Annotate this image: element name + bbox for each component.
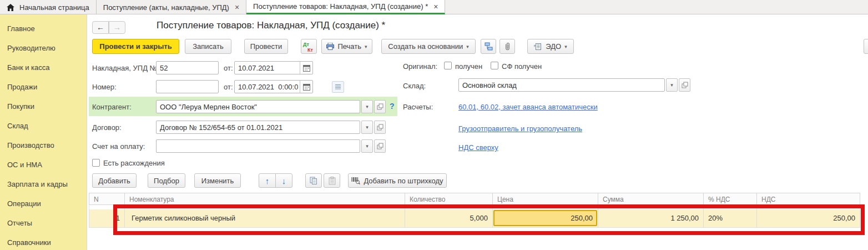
dt-icon: Дт xyxy=(303,42,309,47)
add-by-barcode-button[interactable]: Добавить по штрихкоду xyxy=(348,173,447,188)
back-button[interactable]: ← xyxy=(92,21,109,34)
number-label: Номер: xyxy=(92,83,117,91)
settlements-link[interactable]: 60.01, 60.02, зачет аванса автоматически xyxy=(458,103,598,111)
copy-rows-button[interactable] xyxy=(305,173,322,188)
forward-button[interactable]: → xyxy=(109,21,125,34)
sidebar-item-prodazhi[interactable]: Продажи xyxy=(0,77,87,97)
more-actions-button-partial[interactable] xyxy=(864,39,868,54)
column-header-nomenclature[interactable]: Номенклатура xyxy=(125,193,405,205)
move-up-button[interactable]: ↑ xyxy=(259,173,276,188)
column-header-sum[interactable]: Сумма xyxy=(598,193,704,205)
chevron-down-icon: ▾ xyxy=(670,82,673,88)
structure-icon xyxy=(485,42,493,51)
column-header-n[interactable]: N xyxy=(89,193,125,205)
cell-quantity[interactable]: 5,000 xyxy=(405,209,493,228)
arrow-down-icon: ↓ xyxy=(282,176,286,186)
cell-sum[interactable]: 1 250,00 xyxy=(598,209,704,228)
warehouse-input[interactable] xyxy=(458,78,665,92)
tab-postuplenie-tovarov[interactable]: Поступление товаров: Накладная, УПД (соз… xyxy=(246,0,445,14)
sidebar-item-operacii[interactable]: Операции xyxy=(0,194,87,213)
contractor-dropdown-button[interactable]: ▾ xyxy=(361,100,373,113)
copy-icon xyxy=(310,177,317,185)
sidebar-item-os-i-nma[interactable]: ОС и НМА xyxy=(0,155,87,174)
from-label: от: xyxy=(224,64,233,72)
sidebar-item-otchety[interactable]: Отчеты xyxy=(0,213,87,233)
sidebar-item-zarplata-i-kadry[interactable]: Зарплата и кадры xyxy=(0,174,87,194)
sidebar: Главное Руководителю Банк и касса Продаж… xyxy=(0,14,87,250)
invoice-for-payment-label: Счет на оплату: xyxy=(92,142,145,151)
warehouse-dropdown-button[interactable]: ▾ xyxy=(666,78,678,92)
tab-label: Начальная страница xyxy=(19,3,89,12)
invoice-for-payment-open-button[interactable] xyxy=(374,139,386,153)
from-label: от: xyxy=(224,83,233,91)
move-down-button[interactable]: ↓ xyxy=(275,173,292,188)
printer-icon xyxy=(326,43,334,50)
warehouse-open-button[interactable] xyxy=(679,78,690,92)
add-row-button[interactable]: Добавить xyxy=(92,173,137,188)
contract-dropdown-button[interactable]: ▾ xyxy=(361,121,373,134)
sidebar-item-proizvodstvo[interactable]: Производство xyxy=(0,136,87,155)
consignor-consignee-link[interactable]: Грузоотправитель и грузополучатель xyxy=(458,124,582,133)
chevron-down-icon: ▾ xyxy=(466,44,469,49)
cell-price[interactable]: 250,00 xyxy=(493,209,598,228)
table-row[interactable]: 1 Герметик силиконовый черный 5,000 250,… xyxy=(89,209,860,228)
contractor-open-button[interactable] xyxy=(374,100,386,113)
tab-postuplenie-list[interactable]: Поступление (акты, накладные, УПД) × xyxy=(97,0,246,14)
original-received-checkbox[interactable] xyxy=(444,62,452,69)
sidebar-item-glavnoe[interactable]: Главное xyxy=(0,19,87,38)
calendar-icon[interactable] xyxy=(300,81,312,93)
cell-vat-rate[interactable]: 20% xyxy=(704,209,757,228)
chevron-down-icon: ▾ xyxy=(366,104,369,109)
close-icon[interactable]: × xyxy=(235,3,239,12)
column-header-quantity[interactable]: Количество xyxy=(405,193,493,205)
discrepancies-checkbox[interactable] xyxy=(92,159,100,167)
discrepancies-label: Есть расхождения xyxy=(103,159,165,167)
calendar-icon[interactable] xyxy=(300,62,312,74)
edo-button[interactable]: ЭДО ▾ xyxy=(527,39,574,54)
chevron-down-icon: ▾ xyxy=(366,124,369,130)
cell-row-number[interactable]: 1 xyxy=(89,209,125,228)
selected-cell-price[interactable]: 250,00 xyxy=(493,210,597,226)
report-structure-button[interactable] xyxy=(481,39,496,54)
print-button[interactable]: Печать ▾ xyxy=(321,39,372,54)
sidebar-item-bank-i-kassa[interactable]: Банк и касса xyxy=(0,58,87,77)
tab-label: Поступление товаров: Накладная, УПД (соз… xyxy=(253,2,428,11)
sf-received-checkbox[interactable] xyxy=(491,62,498,69)
column-header-vat[interactable]: НДС xyxy=(757,193,860,205)
cell-vat[interactable]: 250,00 xyxy=(757,209,860,228)
sidebar-item-rukovoditelyu[interactable]: Руководителю xyxy=(0,38,87,58)
contract-label: Договор: xyxy=(92,123,122,132)
post-button[interactable]: Провести xyxy=(244,39,288,54)
document-list-icon[interactable] xyxy=(332,81,344,93)
sidebar-item-pokupki[interactable]: Покупки xyxy=(0,97,87,116)
cell-nomenclature[interactable]: Герметик силиконовый черный xyxy=(125,209,405,228)
pick-button[interactable]: Подбор xyxy=(148,173,185,188)
post-and-close-button[interactable]: Провести и закрыть xyxy=(92,39,179,54)
help-icon[interactable]: ? xyxy=(390,102,395,111)
contract-open-button[interactable] xyxy=(374,121,386,134)
invoice-for-payment-input[interactable] xyxy=(156,139,360,153)
contractor-input[interactable] xyxy=(156,100,360,113)
vat-on-top-link[interactable]: НДС сверху xyxy=(458,143,498,152)
contract-input[interactable] xyxy=(156,121,360,134)
number-input[interactable] xyxy=(156,80,219,93)
home-icon xyxy=(7,4,14,11)
paste-rows-button[interactable] xyxy=(324,173,340,188)
page-title: Поступление товаров: Накладная, УПД (соз… xyxy=(157,20,385,31)
column-header-vat-rate[interactable]: % НДС xyxy=(704,193,757,205)
dt-kt-postings-button[interactable]: Дт Кт xyxy=(301,39,317,54)
items-table: N Номенклатура Количество Цена Сумма % Н… xyxy=(89,193,860,228)
create-based-on-button[interactable]: Создать на основании ▾ xyxy=(381,39,476,54)
column-header-price[interactable]: Цена xyxy=(493,193,598,205)
invoice-no-input[interactable] xyxy=(156,61,219,74)
invoice-for-payment-dropdown-button[interactable]: ▾ xyxy=(361,139,373,153)
save-button[interactable]: Записать xyxy=(185,39,231,54)
paperclip-icon xyxy=(503,42,511,51)
edit-button[interactable]: Изменить xyxy=(194,173,241,188)
tab-home[interactable]: Начальная страница xyxy=(0,0,97,14)
sidebar-item-spravochniki[interactable]: Справочники xyxy=(0,233,87,250)
close-icon[interactable]: × xyxy=(433,2,438,11)
contractor-label: Контрагент: xyxy=(92,103,132,111)
sidebar-item-sklad[interactable]: Склад xyxy=(0,116,87,136)
attachments-button[interactable] xyxy=(499,39,515,54)
